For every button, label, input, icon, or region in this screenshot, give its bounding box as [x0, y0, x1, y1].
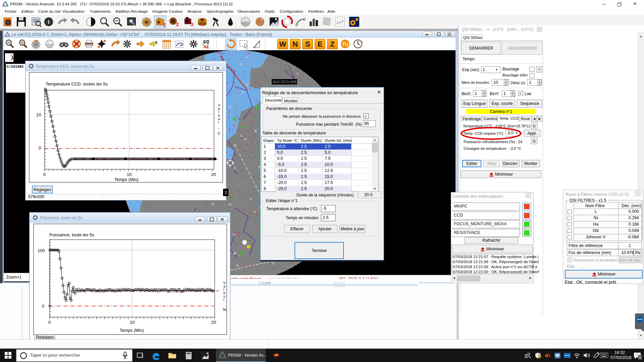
svg-text:0: 0 [42, 304, 44, 309]
svg-text:AZ: AZ [203, 45, 209, 49]
svg-text:3: 3 [191, 21, 193, 27]
svg-text:10: 10 [36, 112, 41, 117]
svg-text:20: 20 [211, 172, 216, 177]
svg-text:NGC3031=M81: NGC3031=M81 [273, 80, 299, 84]
svg-text:10: 10 [130, 320, 135, 325]
svg-text:Puissance, toute les 5s: Puissance, toute les 5s [49, 232, 94, 237]
svg-text:1: 1 [163, 22, 166, 27]
svg-text:TU: TU [342, 42, 348, 47]
svg-text:1: 1 [639, 356, 641, 359]
svg-text:0: 0 [39, 145, 41, 150]
svg-text:10: 10 [127, 172, 131, 177]
svg-text:20: 20 [211, 320, 216, 325]
svg-text:Temperature CCD, toutes les 5s: Temperature CCD, toutes les 5s [46, 81, 108, 86]
svg-text:C: C [218, 131, 220, 135]
svg-text:!: ! [539, 356, 540, 358]
svg-text:0: 0 [43, 172, 46, 177]
svg-text:%: % [223, 307, 226, 312]
svg-text:i: i [48, 19, 50, 25]
svg-text:2: 2 [176, 21, 179, 27]
svg-text:100: 100 [38, 248, 45, 253]
svg-text:EQ: EQ [203, 40, 209, 44]
svg-text:°: ° [218, 128, 219, 131]
svg-text:0: 0 [48, 320, 51, 325]
svg-text:Temps (Min): Temps (Min) [114, 177, 139, 182]
svg-text:Temps (Min): Temps (Min) [120, 328, 144, 333]
